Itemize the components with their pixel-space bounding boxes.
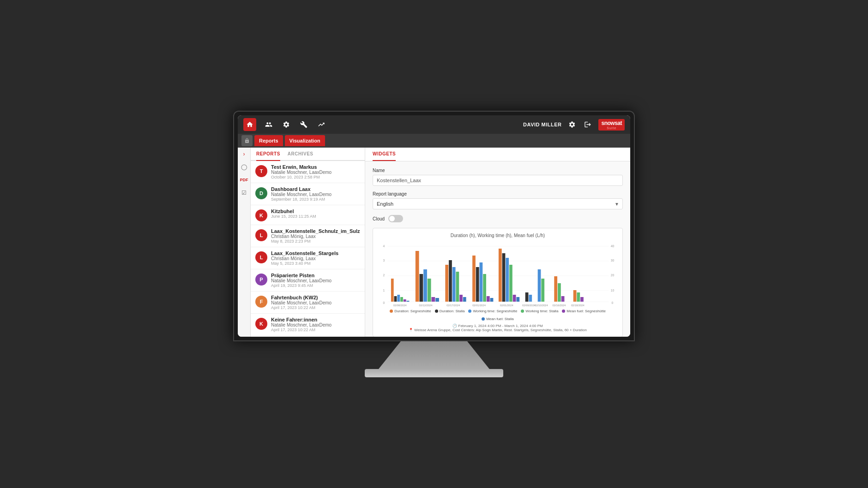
report-list-item[interactable]: L Laax_Kostenstelle_Stargels Christian M… bbox=[251, 247, 365, 269]
report-list-item[interactable]: F Fahrtenbuch (KW2) Natalie Moschner, La… bbox=[251, 292, 365, 314]
pdf-icon[interactable]: PDF bbox=[240, 175, 249, 184]
home-icon[interactable] bbox=[243, 118, 256, 131]
widgets-tab[interactable]: WIDGETS bbox=[373, 148, 396, 161]
snowsat-logo: snowsat Suite bbox=[598, 119, 625, 131]
chevron-right-icon[interactable]: › bbox=[240, 149, 249, 159]
svg-rect-20 bbox=[407, 301, 410, 302]
chart-date-range: February 1, 2024 4:00 PM - March 1, 2024… bbox=[458, 324, 543, 328]
name-input[interactable] bbox=[373, 175, 623, 186]
svg-text:02/18/2024: 02/18/2024 bbox=[571, 304, 585, 306]
report-date: April 17, 2023 10:22 AM bbox=[271, 305, 360, 310]
svg-rect-43 bbox=[513, 295, 516, 302]
report-info: Laax_Kostenstelle_Schnulz_im_Sulz Christ… bbox=[271, 228, 360, 244]
legend-label: Mean fuel: Segneshütte bbox=[567, 309, 606, 313]
svg-rect-37 bbox=[487, 296, 490, 302]
svg-rect-21 bbox=[416, 251, 419, 302]
svg-text:10: 10 bbox=[611, 289, 615, 292]
svg-rect-49 bbox=[554, 276, 557, 302]
language-select-wrapper: EnglishGermanFrenchItalian ▼ bbox=[373, 198, 623, 209]
name-field-group: Name bbox=[373, 168, 623, 186]
report-list-item[interactable]: T Test Erwin, Markus Natalie Moschner, L… bbox=[251, 161, 365, 183]
report-info: Laax_Kostenstelle_Stargels Christian Mön… bbox=[271, 250, 360, 266]
panel-tab-archives[interactable]: ARCHIVES bbox=[288, 148, 313, 160]
report-list-item[interactable]: P Präparierte Pisten Natalie Moschner, L… bbox=[251, 269, 365, 292]
svg-text:02/10/2024: 02/10/2024 bbox=[535, 304, 549, 306]
report-author: Natalie Moschner, LaaxDemo bbox=[271, 322, 360, 327]
svg-rect-51 bbox=[561, 296, 565, 302]
report-list-item[interactable]: K Kitzbuhel June 15, 2023 11:25 AM bbox=[251, 205, 365, 225]
tab-reports[interactable]: Reports bbox=[254, 135, 283, 146]
main-panel: WIDGETS Name Report language EnglishGer bbox=[365, 148, 630, 337]
logout-icon[interactable] bbox=[583, 119, 593, 130]
svg-text:30: 30 bbox=[611, 259, 615, 262]
monitor-stand bbox=[379, 341, 489, 369]
report-author: Christian Mönig, Laax bbox=[271, 256, 360, 261]
svg-rect-17 bbox=[397, 295, 400, 302]
panel-tabs: REPORTS ARCHIVES bbox=[251, 148, 365, 161]
svg-rect-39 bbox=[499, 249, 502, 302]
svg-rect-16 bbox=[394, 296, 397, 302]
svg-text:1: 1 bbox=[383, 289, 385, 292]
report-list-item[interactable]: W Wöchentlicher Report Laax Natalie Mosc… bbox=[251, 336, 365, 337]
report-title: Präparierte Pisten bbox=[271, 273, 360, 278]
svg-rect-32 bbox=[463, 297, 466, 302]
legend-item: Mean fuel: Segneshütte bbox=[562, 309, 606, 313]
clock-icon[interactable]: ◯ bbox=[240, 162, 249, 172]
svg-text:20: 20 bbox=[611, 274, 615, 277]
tab-bar: Reports Visualization bbox=[238, 134, 630, 148]
report-list-item[interactable]: L Laax_Kostenstelle_Schnulz_im_Sulz Chri… bbox=[251, 225, 365, 247]
report-list-item[interactable]: K Keine Fahrer:innen Natalie Moschner, L… bbox=[251, 314, 365, 336]
svg-text:02/08/2024: 02/08/2024 bbox=[393, 304, 407, 306]
svg-rect-40 bbox=[502, 253, 506, 302]
report-date: May 5, 2023 3:40 PM bbox=[271, 261, 360, 266]
svg-text:3: 3 bbox=[383, 259, 385, 262]
svg-text:02/01/2024: 02/01/2024 bbox=[500, 304, 514, 306]
svg-rect-23 bbox=[423, 269, 427, 302]
report-title: Dashboard Laax bbox=[271, 186, 360, 192]
report-avatar: K bbox=[255, 209, 267, 221]
report-title: Fahrtenbuch (KW2) bbox=[271, 295, 360, 300]
main-content: › ◯ PDF ☑ REPORTS ARCHIVES T Test Erwin,… bbox=[238, 148, 630, 337]
svg-rect-44 bbox=[516, 297, 519, 302]
chart-legend: Duration: Segneshütte Duration: Stalla W… bbox=[378, 309, 618, 321]
legend-item: Working time: Stalla bbox=[521, 309, 558, 313]
report-info: Präparierte Pisten Natalie Moschner, Laa… bbox=[271, 273, 360, 288]
tab-visualization[interactable]: Visualization bbox=[285, 135, 325, 146]
svg-rect-28 bbox=[449, 260, 452, 302]
chart-icon[interactable] bbox=[316, 119, 326, 130]
legend-label: Duration: Stalla bbox=[440, 309, 465, 313]
svg-rect-47 bbox=[538, 269, 541, 302]
tools-icon[interactable] bbox=[299, 119, 309, 130]
svg-rect-25 bbox=[432, 297, 435, 302]
people-icon[interactable] bbox=[264, 119, 274, 130]
legend-dot bbox=[482, 317, 485, 321]
svg-rect-34 bbox=[476, 267, 479, 302]
side-icons: › ◯ PDF ☑ bbox=[238, 148, 251, 337]
svg-text:40: 40 bbox=[611, 244, 615, 248]
report-date: May 8, 2023 2:23 PM bbox=[271, 239, 360, 244]
svg-rect-52 bbox=[573, 290, 577, 302]
svg-rect-45 bbox=[525, 292, 529, 302]
legend-dot bbox=[562, 309, 565, 313]
legend-dot bbox=[468, 309, 471, 313]
cloud-toggle[interactable] bbox=[388, 215, 403, 222]
user-name: DAVID MILLER bbox=[523, 122, 561, 127]
svg-rect-19 bbox=[404, 299, 406, 302]
check-icon[interactable]: ☑ bbox=[240, 188, 249, 197]
report-list-item[interactable]: D Dashboard Laax Natalie Moschner, LaaxD… bbox=[251, 183, 365, 205]
nav-settings-icon[interactable] bbox=[567, 119, 577, 130]
legend-label: Duration: Segneshütte bbox=[394, 309, 431, 313]
report-info: Dashboard Laax Natalie Moschner, LaaxDem… bbox=[271, 186, 360, 202]
settings-icon[interactable] bbox=[281, 119, 291, 130]
svg-rect-33 bbox=[472, 256, 476, 302]
report-items: T Test Erwin, Markus Natalie Moschner, L… bbox=[251, 161, 365, 337]
legend-dot bbox=[521, 309, 524, 313]
cloud-toggle-row: Cloud bbox=[373, 215, 623, 222]
report-date: April 19, 2023 9:45 AM bbox=[271, 283, 360, 288]
svg-rect-42 bbox=[509, 265, 512, 302]
svg-text:02/01/2024: 02/01/2024 bbox=[472, 304, 486, 306]
language-select[interactable]: EnglishGermanFrenchItalian bbox=[373, 198, 623, 209]
panel-tab-reports[interactable]: REPORTS bbox=[256, 148, 280, 161]
report-info: Keine Fahrer:innen Natalie Moschner, Laa… bbox=[271, 317, 360, 332]
svg-rect-41 bbox=[506, 258, 509, 302]
